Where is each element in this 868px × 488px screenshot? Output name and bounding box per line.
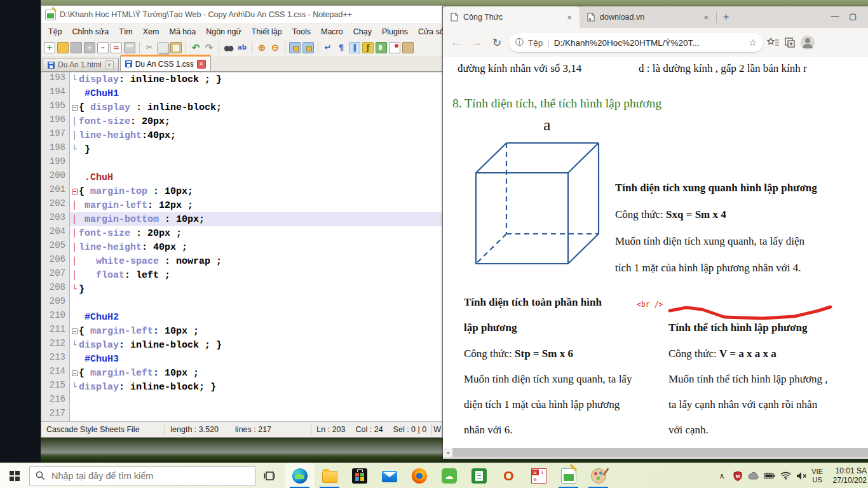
new-tab-button[interactable]: +	[717, 11, 735, 23]
menu-item-10[interactable]: Plugins	[377, 26, 412, 37]
fold-margin[interactable]: └	[70, 341, 79, 349]
reload-icon[interactable]: ↻	[489, 36, 505, 50]
fold-margin[interactable]	[70, 370, 79, 376]
fold-margin[interactable]	[70, 189, 79, 194]
fold-margin[interactable]: │	[70, 117, 79, 126]
menu-item-8[interactable]: Macro	[316, 26, 348, 37]
code-line-202[interactable]: │ margin-left: 12px ;	[70, 198, 442, 212]
code-line-194[interactable]: #ChuH1	[70, 86, 442, 100]
add-favorite-star-icon[interactable]: ☆	[749, 37, 757, 48]
code-line-195[interactable]: { display : inline-block;	[70, 100, 442, 114]
info-icon[interactable]: ⓘ	[515, 37, 524, 48]
profile-avatar-icon[interactable]	[800, 35, 815, 50]
cut-icon[interactable]	[144, 42, 155, 53]
notepadpp-titlebar[interactable]: D:\Khanh Hoc HTML\Ý Tưởng\Tạo Web - Copy…	[41, 6, 442, 24]
code-line-201[interactable]: { margin-top : 10px;	[70, 184, 442, 198]
code-line-217[interactable]	[70, 408, 442, 421]
replace-icon[interactable]	[236, 42, 248, 53]
code-line-205[interactable]: │line-height: 40px ;	[70, 240, 442, 254]
tab-close-icon[interactable]: ×	[566, 13, 573, 22]
battery-icon[interactable]	[764, 472, 775, 480]
scroll-left-arrow-icon[interactable]: ◂	[443, 448, 452, 457]
favorites-bar-icon[interactable]	[767, 36, 780, 49]
code-line-199[interactable]	[70, 156, 442, 170]
taskbar-office[interactable]	[494, 463, 524, 488]
edge-tab-cong-thuc[interactable]: Công Thức ×	[443, 6, 580, 28]
save-icon[interactable]	[71, 42, 82, 53]
back-icon[interactable]: ←	[448, 36, 465, 49]
code-line-196[interactable]: │font-size: 20px;	[70, 114, 442, 128]
tab-du-an-css-1-css[interactable]: Du An CSS 1.css ×	[120, 55, 211, 71]
fold-margin[interactable]: │	[70, 131, 79, 140]
menu-item-3[interactable]: Xem	[139, 26, 164, 37]
zoom-out-icon[interactable]	[269, 42, 281, 53]
menu-item-9[interactable]: Chạy	[349, 26, 376, 37]
code-line-197[interactable]: │line-height:40px;	[70, 128, 442, 142]
code-line-211[interactable]: { margin-left: 10px ;	[70, 324, 442, 338]
document-map-icon[interactable]	[376, 42, 387, 53]
code-line-198[interactable]: └ }	[70, 142, 442, 156]
fold-margin[interactable]: └	[70, 75, 79, 84]
sync-scroll-h-icon[interactable]	[302, 42, 314, 53]
open-folder-icon[interactable]	[57, 42, 69, 53]
volume-muted-icon[interactable]	[796, 471, 807, 480]
fold-margin[interactable]: └	[70, 145, 79, 154]
fold-margin[interactable]: └	[70, 383, 79, 391]
hidden-icons-chevron[interactable]: ∧	[716, 471, 728, 480]
fold-margin[interactable]: │	[70, 257, 79, 266]
tab-du-an-1-html[interactable]: Du An 1.html ×	[43, 58, 119, 71]
forward-icon[interactable]: →	[468, 36, 485, 49]
code-line-203[interactable]: │ margin-bottom : 10px;	[70, 212, 442, 226]
taskbar-edge[interactable]	[285, 463, 315, 488]
code-line-216[interactable]	[70, 394, 442, 408]
wifi-icon[interactable]	[780, 471, 791, 480]
undo-icon[interactable]	[190, 42, 201, 53]
fold-margin[interactable]	[70, 329, 79, 334]
taskbar-firefox[interactable]	[404, 463, 434, 488]
show-all-chars-icon[interactable]	[336, 42, 347, 53]
taskbar-paint[interactable]	[583, 463, 613, 488]
address-bar[interactable]: ⓘ Tệp | D:/Khanh%20Hoc%20HTML/Ý%20T... ☆	[509, 33, 763, 52]
indent-guide-icon[interactable]	[349, 42, 360, 53]
menu-item-4[interactable]: Mã hóa	[165, 26, 200, 37]
menu-item-7[interactable]: Tools	[288, 26, 315, 37]
taskbar-file-explorer[interactable]	[315, 463, 344, 488]
save-all-icon[interactable]	[84, 42, 95, 53]
menu-item-2[interactable]: Tìm	[114, 26, 137, 37]
code-line-214[interactable]: { margin-left: 10px ;	[70, 366, 442, 380]
code-line-206[interactable]: │ white-space : nowrap ;	[70, 254, 442, 268]
fold-margin[interactable]	[70, 105, 79, 111]
fold-margin[interactable]: │	[70, 271, 79, 280]
document-switcher-icon[interactable]	[389, 42, 400, 53]
horizontal-scrollbar[interactable]: ◂	[443, 448, 868, 457]
fold-margin[interactable]: │	[70, 243, 79, 252]
close-icon[interactable]	[97, 42, 109, 53]
menu-item-0[interactable]: Tệp	[44, 26, 67, 37]
taskbar-ebook-app[interactable]	[464, 463, 494, 488]
search-input[interactable]	[50, 470, 249, 482]
maximize-button[interactable]: ▢	[849, 11, 868, 21]
collections-icon[interactable]	[783, 36, 796, 49]
address-url[interactable]: D:/Khanh%20Hoc%20HTML/Ý%20T...	[554, 38, 745, 48]
taskbar-microsoft-store[interactable]	[344, 463, 374, 488]
code-line-210[interactable]: #ChuH2	[70, 310, 442, 324]
code-line-213[interactable]: #ChuH3	[70, 352, 442, 366]
word-wrap-icon[interactable]	[322, 42, 334, 53]
code-editor[interactable]: 1931941951961971981992002012022032042052…	[41, 72, 442, 421]
antivirus-shield-icon[interactable]: M	[732, 471, 743, 481]
taskbar-cloud-app[interactable]	[434, 463, 464, 488]
fold-margin[interactable]: │	[70, 215, 79, 224]
minimize-button[interactable]: —	[821, 11, 849, 21]
taskbar-mail[interactable]	[374, 463, 404, 488]
taskbar-unikey[interactable]: uin	[524, 463, 553, 488]
code-line-208[interactable]: └}	[70, 282, 442, 296]
fold-margin[interactable]: │	[70, 229, 79, 238]
print-icon[interactable]	[124, 42, 135, 53]
code-line-209[interactable]	[70, 296, 442, 310]
tab-close-icon[interactable]: ×	[105, 60, 114, 69]
scrollbar-thumb[interactable]	[452, 448, 868, 457]
find-icon[interactable]	[223, 42, 234, 53]
tab-close-icon[interactable]: ×	[702, 13, 710, 22]
menu-item-1[interactable]: Chỉnh sửa	[68, 26, 114, 37]
taskbar-notepad-plus-plus[interactable]	[553, 463, 583, 488]
